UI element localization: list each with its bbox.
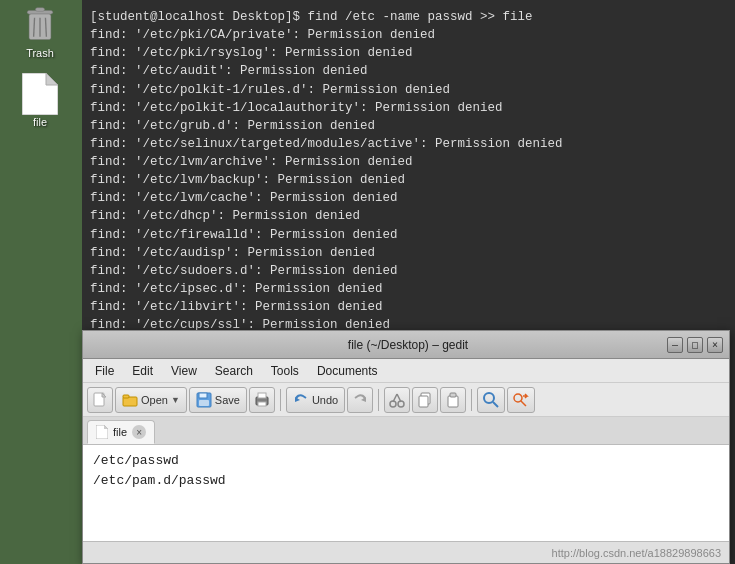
svg-rect-1	[35, 8, 44, 12]
editor-line: /etc/passwd	[93, 451, 719, 471]
svg-rect-16	[258, 393, 266, 398]
separator-1	[280, 389, 281, 411]
svg-rect-14	[199, 400, 209, 406]
svg-rect-13	[199, 393, 207, 398]
open-button[interactable]: Open ▼	[115, 387, 187, 413]
svg-rect-17	[258, 402, 266, 406]
toolbar: Open ▼ Save Undo	[83, 383, 729, 417]
save-label: Save	[215, 394, 240, 406]
file-label: file	[33, 116, 47, 128]
watermark-text: http://blog.csdn.net/a18829898663	[552, 547, 721, 559]
title-bar: file (~/Desktop) – gedit – □ ×	[83, 331, 729, 359]
close-button[interactable]: ×	[707, 337, 723, 353]
replace-button[interactable]	[507, 387, 535, 413]
editor-line: /etc/pam.d/passwd	[93, 471, 719, 491]
minimize-button[interactable]: –	[667, 337, 683, 353]
cut-button[interactable]	[384, 387, 410, 413]
find-button[interactable]	[477, 387, 505, 413]
terminal-line: find: '/etc/audisp': Permission denied	[90, 244, 727, 262]
trash-label: Trash	[26, 47, 54, 59]
paste-button[interactable]	[440, 387, 466, 413]
terminal-line: find: '/etc/libvirt': Permission denied	[90, 298, 727, 316]
editor-area[interactable]: /etc/passwd/etc/pam.d/passwd	[83, 445, 729, 541]
svg-line-31	[521, 401, 526, 406]
separator-2	[378, 389, 379, 411]
terminal-line: find: '/etc/lvm/cache': Permission denie…	[90, 189, 727, 207]
svg-rect-25	[419, 396, 428, 407]
file-icon	[20, 74, 60, 114]
terminal-line: find: '/etc/sudoers.d': Permission denie…	[90, 262, 727, 280]
svg-line-3	[34, 18, 35, 37]
tab-label: file	[113, 426, 127, 438]
menu-item-search[interactable]: Search	[207, 362, 261, 380]
copy-button[interactable]	[412, 387, 438, 413]
terminal-line: find: '/etc/firewalld': Permission denie…	[90, 226, 727, 244]
terminal-line: find: '/etc/polkit-1/localauthority': Pe…	[90, 99, 727, 117]
terminal-line: find: '/etc/polkit-1/rules.d': Permissio…	[90, 81, 727, 99]
new-button[interactable]	[87, 387, 113, 413]
terminal-line: find: '/etc/audit': Permission denied	[90, 62, 727, 80]
menu-item-file[interactable]: File	[87, 362, 122, 380]
open-label: Open	[141, 394, 168, 406]
gedit-window: file (~/Desktop) – gedit – □ × FileEditV…	[82, 330, 730, 564]
svg-line-22	[393, 394, 397, 402]
svg-line-29	[493, 402, 498, 407]
window-title: file (~/Desktop) – gedit	[149, 338, 667, 352]
terminal-line: find: '/etc/ipsec.d': Permission denied	[90, 280, 727, 298]
svg-line-5	[45, 18, 46, 37]
undo-label: Undo	[312, 394, 338, 406]
desktop-icons-panel: Trash file	[0, 0, 80, 143]
redo-button[interactable]	[347, 387, 373, 413]
save-button[interactable]: Save	[189, 387, 247, 413]
undo-button[interactable]: Undo	[286, 387, 345, 413]
menu-item-view[interactable]: View	[163, 362, 205, 380]
tab-bar: file ×	[83, 417, 729, 445]
terminal-line: find: '/etc/dhcp': Permission denied	[90, 207, 727, 225]
menu-item-documents[interactable]: Documents	[309, 362, 386, 380]
desktop: Trash file [student@localhost Desktop]$ …	[0, 0, 735, 564]
print-button[interactable]	[249, 387, 275, 413]
svg-marker-32	[96, 425, 108, 439]
terminal-line: [student@localhost Desktop]$ find /etc -…	[90, 8, 727, 26]
terminal-line: find: '/etc/grub.d': Permission denied	[90, 117, 727, 135]
separator-3	[471, 389, 472, 411]
title-buttons: – □ ×	[667, 337, 723, 353]
svg-rect-11	[123, 395, 129, 398]
trash-icon	[20, 5, 60, 45]
menu-item-tools[interactable]: Tools	[263, 362, 307, 380]
terminal-line: find: '/etc/lvm/backup': Permission deni…	[90, 171, 727, 189]
svg-line-23	[397, 394, 401, 402]
svg-point-28	[484, 393, 494, 403]
file-icon-container[interactable]: file	[5, 74, 75, 128]
status-bar: http://blog.csdn.net/a18829898663	[83, 541, 729, 563]
menu-bar: FileEditViewSearchToolsDocuments	[83, 359, 729, 383]
trash-icon-container[interactable]: Trash	[5, 5, 75, 59]
svg-marker-7	[46, 73, 58, 85]
menu-item-edit[interactable]: Edit	[124, 362, 161, 380]
svg-point-30	[514, 394, 522, 402]
terminal-line: find: '/etc/pki/CA/private': Permission …	[90, 26, 727, 44]
open-dropdown-arrow[interactable]: ▼	[171, 395, 180, 405]
file-tab[interactable]: file ×	[87, 420, 155, 444]
svg-rect-27	[450, 393, 456, 397]
terminal-line: find: '/etc/selinux/targeted/modules/act…	[90, 135, 727, 153]
tab-close-button[interactable]: ×	[132, 425, 146, 439]
terminal-line: find: '/etc/lvm/archive': Permission den…	[90, 153, 727, 171]
terminal-line: find: '/etc/pki/rsyslog': Permission den…	[90, 44, 727, 62]
svg-rect-26	[448, 396, 458, 407]
maximize-button[interactable]: □	[687, 337, 703, 353]
